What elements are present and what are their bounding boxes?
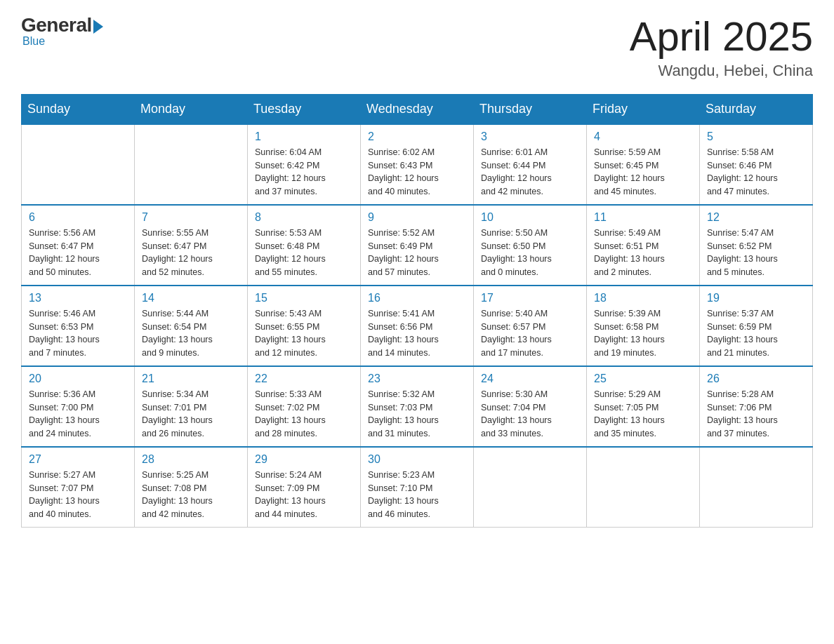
day-info: Sunrise: 5:52 AM Sunset: 6:49 PM Dayligh… [368, 227, 466, 279]
calendar-cell: 7Sunrise: 5:55 AM Sunset: 6:47 PM Daylig… [135, 205, 248, 286]
day-info: Sunrise: 5:30 AM Sunset: 7:04 PM Dayligh… [481, 388, 579, 441]
calendar-cell: 27Sunrise: 5:27 AM Sunset: 7:07 PM Dayli… [22, 447, 135, 528]
calendar-cell [135, 124, 248, 205]
day-number: 5 [707, 130, 805, 143]
page-header: General Blue April 2025 Wangdu, Hebei, C… [21, 14, 813, 80]
location-text: Wangdu, Hebei, China [630, 62, 813, 80]
day-info: Sunrise: 5:46 AM Sunset: 6:53 PM Dayligh… [29, 307, 127, 360]
day-number: 21 [142, 373, 240, 385]
weekday-header-saturday: Saturday [700, 94, 813, 124]
day-info: Sunrise: 5:44 AM Sunset: 6:54 PM Dayligh… [142, 307, 240, 360]
weekday-header-tuesday: Tuesday [248, 94, 361, 124]
calendar-cell: 1Sunrise: 6:04 AM Sunset: 6:42 PM Daylig… [248, 124, 361, 205]
weekday-header-friday: Friday [587, 94, 700, 124]
calendar-cell: 5Sunrise: 5:58 AM Sunset: 6:46 PM Daylig… [700, 124, 813, 205]
calendar-cell: 15Sunrise: 5:43 AM Sunset: 6:55 PM Dayli… [248, 286, 361, 366]
day-number: 15 [255, 292, 353, 304]
day-number: 26 [707, 373, 805, 385]
calendar-cell: 12Sunrise: 5:47 AM Sunset: 6:52 PM Dayli… [700, 205, 813, 286]
calendar-cell [587, 447, 700, 528]
day-number: 14 [142, 292, 240, 304]
day-number: 9 [368, 211, 466, 224]
week-row-3: 13Sunrise: 5:46 AM Sunset: 6:53 PM Dayli… [22, 286, 813, 366]
day-info: Sunrise: 5:41 AM Sunset: 6:56 PM Dayligh… [368, 307, 466, 360]
day-info: Sunrise: 5:53 AM Sunset: 6:48 PM Dayligh… [255, 227, 353, 279]
calendar-cell: 16Sunrise: 5:41 AM Sunset: 6:56 PM Dayli… [361, 286, 474, 366]
day-number: 22 [255, 373, 353, 385]
calendar-cell: 8Sunrise: 5:53 AM Sunset: 6:48 PM Daylig… [248, 205, 361, 286]
week-row-4: 20Sunrise: 5:36 AM Sunset: 7:00 PM Dayli… [22, 366, 813, 447]
day-number: 17 [481, 292, 579, 304]
day-info: Sunrise: 5:34 AM Sunset: 7:01 PM Dayligh… [142, 388, 240, 441]
title-area: April 2025 Wangdu, Hebei, China [630, 14, 813, 80]
calendar-cell: 25Sunrise: 5:29 AM Sunset: 7:05 PM Dayli… [587, 366, 700, 447]
day-number: 27 [29, 453, 127, 466]
logo-triangle-icon [93, 20, 103, 34]
calendar-cell: 17Sunrise: 5:40 AM Sunset: 6:57 PM Dayli… [474, 286, 587, 366]
day-info: Sunrise: 5:58 AM Sunset: 6:46 PM Dayligh… [707, 146, 805, 199]
day-number: 24 [481, 373, 579, 385]
day-info: Sunrise: 5:27 AM Sunset: 7:07 PM Dayligh… [29, 469, 127, 521]
day-number: 13 [29, 292, 127, 304]
day-number: 2 [368, 130, 466, 143]
day-number: 25 [594, 373, 692, 385]
calendar-cell [474, 447, 587, 528]
calendar-cell [700, 447, 813, 528]
calendar-cell [22, 124, 135, 205]
day-info: Sunrise: 5:59 AM Sunset: 6:45 PM Dayligh… [594, 146, 692, 199]
calendar-cell: 18Sunrise: 5:39 AM Sunset: 6:58 PM Dayli… [587, 286, 700, 366]
day-number: 19 [707, 292, 805, 304]
day-info: Sunrise: 5:28 AM Sunset: 7:06 PM Dayligh… [707, 388, 805, 441]
week-row-2: 6Sunrise: 5:56 AM Sunset: 6:47 PM Daylig… [22, 205, 813, 286]
weekday-header-monday: Monday [135, 94, 248, 124]
day-number: 23 [368, 373, 466, 385]
calendar-cell: 3Sunrise: 6:01 AM Sunset: 6:44 PM Daylig… [474, 124, 587, 205]
day-number: 1 [255, 130, 353, 143]
calendar-cell: 26Sunrise: 5:28 AM Sunset: 7:06 PM Dayli… [700, 366, 813, 447]
day-info: Sunrise: 5:50 AM Sunset: 6:50 PM Dayligh… [481, 227, 579, 279]
weekday-header-sunday: Sunday [22, 94, 135, 124]
calendar-cell: 20Sunrise: 5:36 AM Sunset: 7:00 PM Dayli… [22, 366, 135, 447]
calendar-cell: 14Sunrise: 5:44 AM Sunset: 6:54 PM Dayli… [135, 286, 248, 366]
day-info: Sunrise: 5:33 AM Sunset: 7:02 PM Dayligh… [255, 388, 353, 441]
day-info: Sunrise: 5:23 AM Sunset: 7:10 PM Dayligh… [368, 469, 466, 521]
weekday-header-wednesday: Wednesday [361, 94, 474, 124]
week-row-5: 27Sunrise: 5:27 AM Sunset: 7:07 PM Dayli… [22, 447, 813, 528]
day-info: Sunrise: 5:40 AM Sunset: 6:57 PM Dayligh… [481, 307, 579, 360]
calendar-cell: 28Sunrise: 5:25 AM Sunset: 7:08 PM Dayli… [135, 447, 248, 528]
day-info: Sunrise: 5:25 AM Sunset: 7:08 PM Dayligh… [142, 469, 240, 521]
day-info: Sunrise: 6:02 AM Sunset: 6:43 PM Dayligh… [368, 146, 466, 199]
day-info: Sunrise: 5:24 AM Sunset: 7:09 PM Dayligh… [255, 469, 353, 521]
day-number: 20 [29, 373, 127, 385]
day-info: Sunrise: 6:04 AM Sunset: 6:42 PM Dayligh… [255, 146, 353, 199]
calendar-cell: 24Sunrise: 5:30 AM Sunset: 7:04 PM Dayli… [474, 366, 587, 447]
calendar-header-row: SundayMondayTuesdayWednesdayThursdayFrid… [22, 94, 813, 124]
calendar-cell: 22Sunrise: 5:33 AM Sunset: 7:02 PM Dayli… [248, 366, 361, 447]
day-info: Sunrise: 5:37 AM Sunset: 6:59 PM Dayligh… [707, 307, 805, 360]
calendar-cell: 4Sunrise: 5:59 AM Sunset: 6:45 PM Daylig… [587, 124, 700, 205]
day-info: Sunrise: 5:49 AM Sunset: 6:51 PM Dayligh… [594, 227, 692, 279]
day-number: 11 [594, 211, 692, 224]
calendar-cell: 2Sunrise: 6:02 AM Sunset: 6:43 PM Daylig… [361, 124, 474, 205]
day-number: 10 [481, 211, 579, 224]
calendar-cell: 6Sunrise: 5:56 AM Sunset: 6:47 PM Daylig… [22, 205, 135, 286]
calendar-table: SundayMondayTuesdayWednesdayThursdayFrid… [21, 94, 813, 528]
calendar-cell: 29Sunrise: 5:24 AM Sunset: 7:09 PM Dayli… [248, 447, 361, 528]
day-number: 29 [255, 453, 353, 466]
day-number: 28 [142, 453, 240, 466]
logo-blue-text: Blue [22, 35, 45, 48]
day-number: 8 [255, 211, 353, 224]
day-info: Sunrise: 6:01 AM Sunset: 6:44 PM Dayligh… [481, 146, 579, 199]
calendar-cell: 21Sunrise: 5:34 AM Sunset: 7:01 PM Dayli… [135, 366, 248, 447]
weekday-header-thursday: Thursday [474, 94, 587, 124]
logo: General Blue [21, 14, 103, 48]
calendar-cell: 9Sunrise: 5:52 AM Sunset: 6:49 PM Daylig… [361, 205, 474, 286]
day-info: Sunrise: 5:32 AM Sunset: 7:03 PM Dayligh… [368, 388, 466, 441]
day-number: 3 [481, 130, 579, 143]
day-info: Sunrise: 5:39 AM Sunset: 6:58 PM Dayligh… [594, 307, 692, 360]
calendar-cell: 30Sunrise: 5:23 AM Sunset: 7:10 PM Dayli… [361, 447, 474, 528]
day-info: Sunrise: 5:56 AM Sunset: 6:47 PM Dayligh… [29, 227, 127, 279]
logo-general-text: General [21, 14, 92, 36]
calendar-cell: 10Sunrise: 5:50 AM Sunset: 6:50 PM Dayli… [474, 205, 587, 286]
day-number: 30 [368, 453, 466, 466]
